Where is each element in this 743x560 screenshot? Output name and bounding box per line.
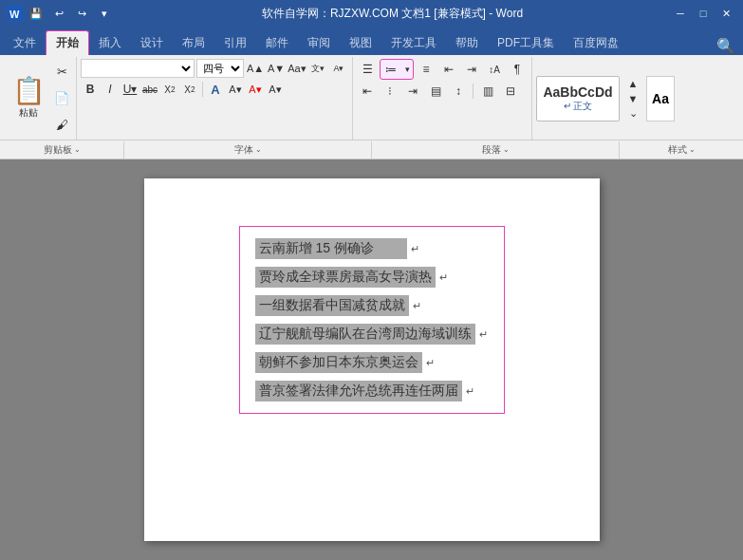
save-button[interactable]: 💾	[27, 4, 46, 23]
title-bar-left: W 💾 ↩ ↪ ▾	[8, 4, 114, 23]
line-spacing-button[interactable]: ↕	[448, 82, 469, 101]
line-text-6: 普京签署法律允许总统再连任两届	[255, 381, 462, 401]
document-area: 云南新增 15 例确诊 ↵ 贾玲成全球票房最高女导演热 ↵ 一组数据看中国减贫成…	[0, 159, 743, 560]
font-expand-icon: ⌄	[255, 145, 262, 154]
show-marks-button[interactable]: ¶	[507, 60, 528, 79]
text-effect-btn2[interactable]: A▾	[329, 59, 348, 78]
word-icon: W	[8, 6, 23, 21]
increase-font-button[interactable]: A▼	[267, 59, 286, 78]
text-effects-button[interactable]: A	[206, 80, 225, 99]
paste-button[interactable]: 📋 粘贴	[8, 59, 49, 138]
tab-mailings[interactable]: 邮件	[256, 30, 298, 55]
cut-button[interactable]: ✂	[51, 62, 72, 81]
doc-line-3: 一组数据看中国减贫成就 ↵	[255, 295, 489, 316]
borders-button[interactable]: ⊟	[500, 82, 521, 101]
clipboard-section: 📋 粘贴 ✂ 📄 🖌	[4, 57, 77, 140]
justify-button[interactable]: ▤	[425, 82, 446, 101]
tab-file[interactable]: 文件	[4, 30, 46, 55]
styles-expand-icon: ⌄	[689, 145, 696, 154]
normal-style-button[interactable]: AaBbCcDd ↵ 正文	[536, 76, 620, 121]
tab-layout[interactable]: 布局	[173, 30, 214, 55]
search-icon[interactable]: 🔍	[716, 37, 739, 55]
tab-references[interactable]: 引用	[214, 30, 256, 55]
align-right-button[interactable]: ⇥	[402, 82, 423, 101]
style-expand[interactable]: ⌄	[623, 106, 642, 121]
tab-insert[interactable]: 插入	[89, 30, 131, 55]
increase-indent-button[interactable]: ⇥	[461, 60, 482, 79]
font-name-row: 四号 A▲ A▼ Aa▾ 文▾ A▾	[81, 59, 348, 78]
style-scroll-up[interactable]: ▲	[623, 76, 642, 91]
highlight-button[interactable]: A▾	[226, 80, 245, 99]
para-row-1: ☰ ≔ ▾ ≡ ⇤ ⇥ ↕A ¶	[357, 59, 528, 80]
doc-line-6: 普京签署法律允许总统再连任两届 ↵	[255, 381, 489, 401]
change-case-button[interactable]: Aa▾	[288, 59, 306, 78]
doc-line-4: 辽宁舰航母编队在台湾周边海域训练 ↵	[255, 324, 489, 345]
doc-line-2: 贾玲成全球票房最高女导演热 ↵	[255, 267, 489, 288]
tab-developer[interactable]: 开发工具	[381, 30, 446, 55]
format-painter-button[interactable]: 🖌	[51, 116, 72, 135]
superscript-button[interactable]: X2	[180, 80, 199, 99]
decrease-indent-button[interactable]: ⇤	[438, 60, 459, 79]
copy-button[interactable]: 📄	[51, 88, 72, 107]
font-size-select[interactable]: 四号	[196, 59, 244, 78]
tab-design[interactable]: 设计	[131, 30, 173, 55]
line-enter-5: ↵	[426, 357, 435, 369]
paste-icon: 📋	[12, 78, 46, 104]
style-preview-text: AaBbCcDd	[543, 84, 612, 100]
subscript-button[interactable]: X2	[160, 80, 179, 99]
border-button[interactable]: A▾	[266, 80, 285, 99]
multilevel-list-button[interactable]: ≡	[416, 60, 437, 79]
align-left-button[interactable]: ⇤	[357, 82, 378, 101]
italic-button[interactable]: I	[101, 80, 120, 99]
styles-section-label[interactable]: 样式 ⌄	[620, 141, 743, 159]
numbering-button[interactable]: ≔	[381, 60, 401, 79]
paragraph-section-label[interactable]: 段落 ⌄	[372, 141, 620, 159]
strikethrough-button[interactable]: abc	[140, 80, 159, 99]
clear-format-button[interactable]: 文▾	[308, 59, 327, 78]
document-page: 云南新增 15 例确诊 ↵ 贾玲成全球票房最高女导演热 ↵ 一组数据看中国减贫成…	[144, 178, 600, 541]
font-color-button[interactable]: A▾	[246, 80, 265, 99]
ribbon-tabs: 文件 开始 插入 设计 布局 引用 邮件 审阅 视图 开发工具 帮助 PDF工具…	[0, 27, 743, 55]
style2-button[interactable]: Aa	[646, 76, 675, 121]
undo-button[interactable]: ↩	[49, 4, 68, 23]
font-section-label[interactable]: 字体 ⌄	[124, 141, 372, 159]
style-preview-label: ↵ 正文	[564, 100, 593, 113]
numbering-dropdown[interactable]: ▾	[401, 60, 413, 79]
close-button[interactable]: ✕	[716, 4, 735, 23]
tab-home[interactable]: 开始	[46, 30, 89, 55]
clipboard-section-label[interactable]: 剪贴板 ⌄	[0, 141, 124, 159]
line-enter-3: ↵	[413, 300, 421, 312]
paragraph-section: ☰ ≔ ▾ ≡ ⇤ ⇥ ↕A ¶ ⇤ ⁝ ⇥ ▤ ↕ ▥ ⊟	[353, 57, 532, 140]
tab-baidu[interactable]: 百度网盘	[564, 30, 628, 55]
underline-button[interactable]: U▾	[121, 80, 139, 99]
section-labels-bar: 剪贴板 ⌄ 字体 ⌄ 段落 ⌄ 样式 ⌄	[0, 140, 743, 159]
font-format-row: B I U▾ abc X2 X2 A A▾ A▾ A▾	[81, 80, 348, 99]
bullets-button[interactable]: ☰	[357, 60, 378, 79]
line-text-3: 一组数据看中国减贫成就	[255, 295, 409, 316]
style-scroll-down[interactable]: ▼	[623, 91, 642, 106]
redo-button[interactable]: ↪	[72, 4, 91, 23]
sort-button[interactable]: ↕A	[484, 60, 505, 79]
tab-pdf[interactable]: PDF工具集	[488, 30, 564, 55]
tab-help[interactable]: 帮助	[446, 30, 488, 55]
styles-section: AaBbCcDd ↵ 正文 ▲ ▼ ⌄ Aa	[532, 57, 678, 140]
title-bar: W 💾 ↩ ↪ ▾ 软件自学网：RJZXW.COM 文档1 [兼容模式] - W…	[0, 0, 743, 27]
text-selection-box: 云南新增 15 例确诊 ↵ 贾玲成全球票房最高女导演热 ↵ 一组数据看中国减贫成…	[239, 226, 505, 414]
numbering-group: ≔ ▾	[380, 59, 414, 80]
shading-button[interactable]: ▥	[477, 82, 498, 101]
restore-button[interactable]: □	[694, 4, 713, 23]
para-row-2: ⇤ ⁝ ⇥ ▤ ↕ ▥ ⊟	[357, 82, 528, 101]
paste-label: 粘贴	[19, 106, 38, 120]
bold-button[interactable]: B	[81, 80, 100, 99]
window-title: 软件自学网：RJZXW.COM 文档1 [兼容模式] - Word	[262, 6, 523, 22]
align-center-button[interactable]: ⁝	[380, 82, 400, 101]
line-enter-2: ↵	[439, 271, 448, 284]
minimize-button[interactable]: ─	[671, 4, 690, 23]
decrease-font-button[interactable]: A▲	[246, 59, 265, 78]
line-text-5: 朝鲜不参加日本东京奥运会	[255, 352, 422, 373]
font-name-select[interactable]	[81, 59, 195, 78]
clipboard-expand-icon: ⌄	[74, 145, 81, 154]
tab-review[interactable]: 审阅	[298, 30, 340, 55]
quick-access-dropdown[interactable]: ▾	[95, 4, 114, 23]
tab-view[interactable]: 视图	[340, 30, 381, 55]
